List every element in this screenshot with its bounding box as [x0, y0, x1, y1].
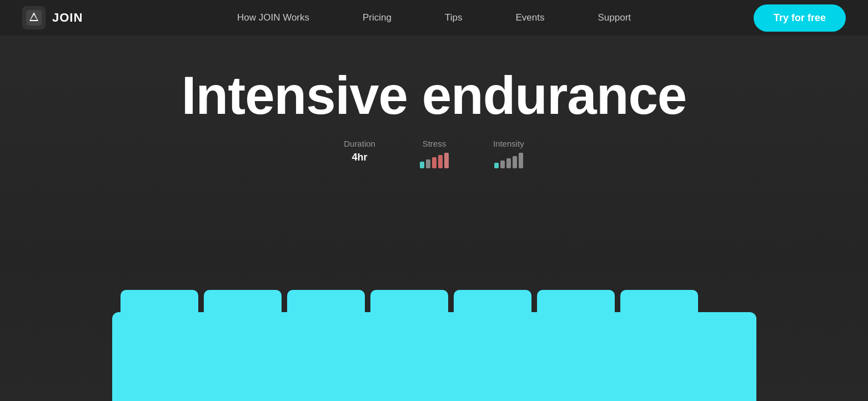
stats-row: Duration 4hr Stress Intensity — [344, 139, 524, 168]
chart-body — [112, 312, 756, 401]
chart-tab-2[interactable] — [204, 290, 282, 312]
logo-icon[interactable] — [22, 6, 46, 29]
stress-bar-2 — [426, 159, 430, 168]
logo-text: JOIN — [52, 11, 83, 25]
stress-bar-1 — [420, 162, 424, 168]
chart-tab-5[interactable] — [454, 290, 531, 312]
intensity-bar-5 — [519, 153, 523, 168]
chart-tabs — [112, 290, 756, 312]
intensity-label: Intensity — [493, 139, 524, 148]
stress-bar-indicator — [420, 152, 449, 168]
stat-intensity: Intensity — [493, 139, 524, 168]
chart-tab-4[interactable] — [370, 290, 448, 312]
intensity-bar-2 — [500, 161, 505, 168]
chart-tab-3[interactable] — [287, 290, 365, 312]
navbar: JOIN How JOIN Works Pricing Tips Events … — [0, 0, 868, 36]
duration-value: 4hr — [352, 152, 368, 163]
main-content: Intensive endurance Duration 4hr Stress … — [0, 36, 868, 401]
stress-bar-5 — [444, 153, 449, 168]
stat-stress: Stress — [420, 139, 449, 168]
nav-cta: Try for free — [754, 4, 846, 32]
intensity-bar-1 — [494, 163, 499, 168]
chart-tab-1[interactable] — [121, 290, 198, 312]
intensity-bar-indicator — [494, 152, 523, 168]
hero-title: Intensive endurance — [182, 69, 686, 122]
chart-area — [112, 290, 756, 401]
stress-bar-3 — [432, 157, 436, 168]
nav-links: How JOIN Works Pricing Tips Events Suppo… — [210, 12, 658, 23]
intensity-bar-3 — [506, 158, 511, 168]
nav-logo-area: JOIN — [22, 6, 83, 29]
intensity-bar-4 — [513, 156, 517, 168]
nav-link-events[interactable]: Events — [489, 12, 571, 23]
nav-link-support[interactable]: Support — [571, 12, 658, 23]
nav-link-tips[interactable]: Tips — [418, 12, 489, 23]
nav-link-pricing[interactable]: Pricing — [336, 12, 418, 23]
duration-label: Duration — [344, 139, 375, 148]
stress-bar-4 — [438, 155, 443, 168]
chart-tab-6[interactable] — [537, 290, 615, 312]
try-free-button[interactable]: Try for free — [754, 4, 846, 32]
chart-tab-7[interactable] — [620, 290, 698, 312]
stat-duration: Duration 4hr — [344, 139, 375, 163]
stress-label: Stress — [423, 139, 446, 148]
nav-link-how-join-works[interactable]: How JOIN Works — [210, 12, 336, 23]
